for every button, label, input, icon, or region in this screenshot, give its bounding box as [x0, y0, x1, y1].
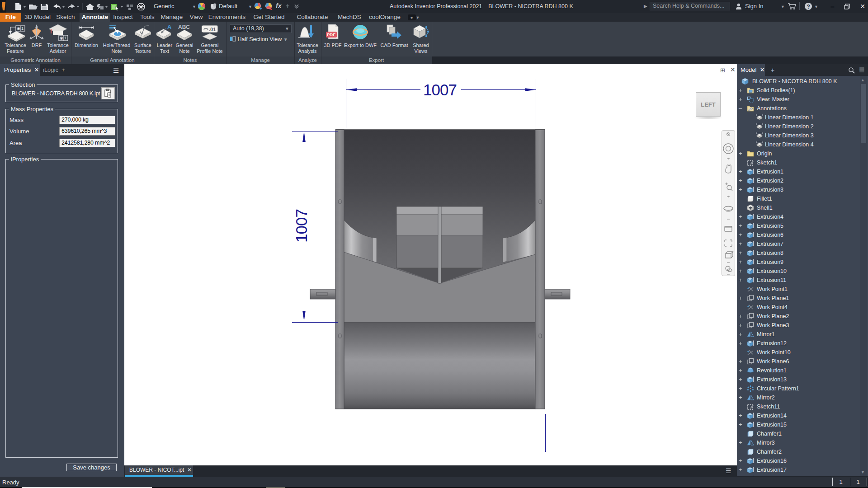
svg-text:◉: ◉ [17, 26, 20, 31]
svg-text:?: ? [807, 4, 810, 10]
svg-text:PDF: PDF [327, 32, 335, 37]
svg-text:1007: 1007 [292, 209, 310, 243]
svg-text:x: x [269, 6, 272, 10]
svg-text:.01: .01 [209, 27, 216, 32]
svg-text:1: 1 [21, 26, 24, 31]
svg-text:◉: ◉ [60, 36, 63, 40]
svg-text:1: 1 [64, 36, 66, 40]
svg-text:A: A [167, 23, 172, 30]
svg-text:ABC: ABC [178, 24, 190, 30]
svg-text:1007: 1007 [423, 81, 457, 99]
